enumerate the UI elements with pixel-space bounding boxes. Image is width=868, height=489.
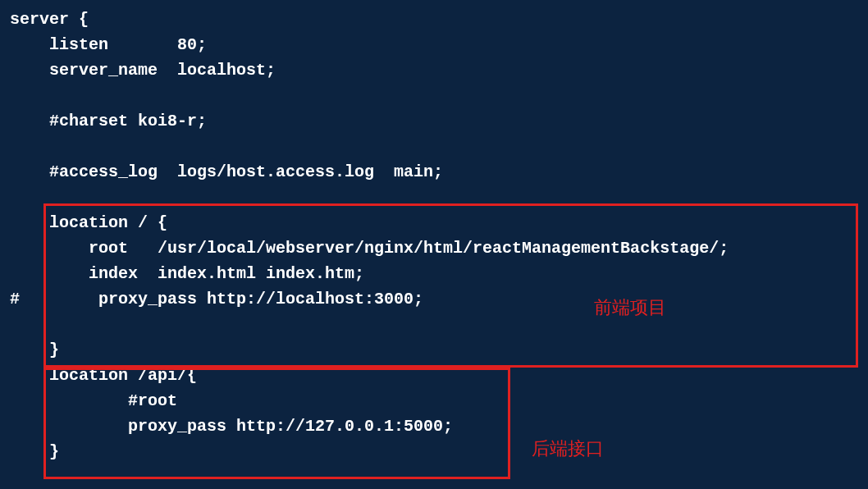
highlight-box-frontend — [43, 203, 858, 368]
annotation-label-backend: 后端接口 — [532, 435, 604, 463]
code-line: server_name localhost; — [10, 61, 276, 80]
code-line: listen 80; — [10, 35, 207, 54]
annotation-label-frontend: 前端项目 — [594, 294, 666, 322]
code-line: #charset koi8-r; — [10, 112, 207, 130]
highlight-box-backend — [43, 368, 510, 479]
code-line: #access_log logs/host.access.log main; — [10, 162, 443, 181]
code-line: server { — [10, 10, 89, 29]
